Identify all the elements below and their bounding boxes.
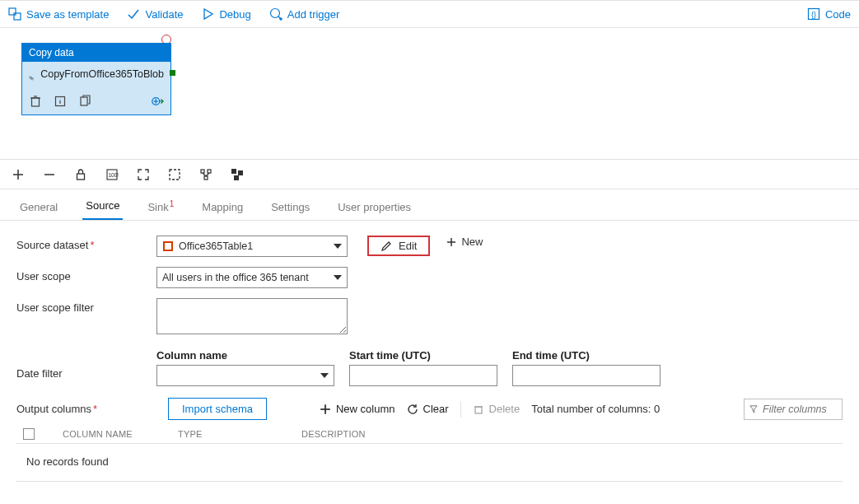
- zoom-in-icon[interactable]: [12, 168, 25, 181]
- pencil-icon: [380, 240, 392, 252]
- trash-icon[interactable]: [29, 95, 42, 108]
- chevron-down-icon: [334, 242, 342, 250]
- plus-icon: [320, 404, 331, 415]
- chevron-down-icon: [334, 273, 342, 282]
- code-icon: {}: [807, 7, 820, 21]
- debug-button[interactable]: Debug: [201, 7, 250, 21]
- start-time-header: Start time (UTC): [349, 349, 497, 362]
- office365-icon: [162, 240, 174, 252]
- svg-rect-17: [81, 97, 87, 105]
- top-toolbar: Save as template Validate Debug Add trig…: [0, 0, 859, 28]
- debug-label: Debug: [219, 8, 250, 21]
- trash-icon: [473, 404, 484, 415]
- svg-rect-29: [201, 170, 204, 173]
- check-icon: [127, 7, 140, 21]
- column-name-select[interactable]: [156, 365, 334, 386]
- total-columns-label: Total number of columns: 0: [531, 403, 660, 415]
- fullscreen-icon[interactable]: [168, 168, 181, 181]
- svg-rect-31: [204, 176, 208, 180]
- refresh-icon: [407, 404, 418, 415]
- user-scope-select[interactable]: All users in the office 365 tenant: [156, 267, 348, 288]
- select-all-checkbox[interactable]: [23, 428, 35, 440]
- date-filter-label: Date filter: [16, 349, 156, 380]
- grid-header-type: TYPE: [178, 429, 277, 439]
- zoom-out-icon[interactable]: [43, 168, 56, 181]
- activity-name: CopyFromOffice365ToBlob: [40, 68, 164, 82]
- zoom-fit-icon[interactable]: [137, 168, 150, 181]
- filter-columns-field[interactable]: [744, 399, 843, 420]
- filter-icon: [749, 404, 758, 414]
- svg-rect-30: [208, 170, 211, 173]
- end-time-header: End time (UTC): [512, 349, 661, 362]
- new-label: New: [461, 236, 483, 248]
- output-columns-row: Output columns* Import schema New column…: [16, 398, 843, 420]
- svg-rect-36: [234, 175, 239, 180]
- clear-button[interactable]: Clear: [407, 403, 449, 415]
- user-scope-filter-label: User scope filter: [16, 298, 156, 314]
- add-trigger-label: Add trigger: [287, 8, 340, 21]
- validate-label: Validate: [145, 8, 183, 21]
- output-columns-label: Output columns: [16, 403, 91, 415]
- svg-marker-39: [334, 244, 342, 249]
- svg-rect-46: [475, 407, 482, 413]
- source-dataset-value: Office365Table1: [179, 240, 334, 252]
- import-schema-button[interactable]: Import schema: [168, 398, 267, 420]
- user-scope-label: User scope: [16, 267, 156, 282]
- add-output-icon[interactable]: [151, 95, 164, 108]
- code-label: Code: [825, 8, 851, 21]
- auto-align-icon[interactable]: [199, 168, 212, 181]
- save-as-template-label: Save as template: [26, 8, 109, 21]
- validate-button[interactable]: Validate: [127, 7, 183, 21]
- new-column-button[interactable]: New column: [320, 403, 395, 415]
- details-tabs: General Source Sink1 Mapping Settings Us…: [0, 189, 859, 221]
- user-scope-filter-input[interactable]: [156, 298, 348, 334]
- database-icon: [29, 68, 34, 88]
- pipeline-canvas[interactable]: Copy data CopyFromOffice365ToBlob: [0, 28, 859, 160]
- column-name-header: Column name: [156, 349, 334, 362]
- play-icon: [201, 7, 214, 21]
- svg-marker-42: [334, 275, 342, 280]
- svg-line-33: [206, 173, 209, 176]
- success-output-handle[interactable]: [170, 70, 175, 76]
- source-dataset-select[interactable]: Office365Table1: [156, 236, 348, 257]
- tab-settings[interactable]: Settings: [268, 201, 313, 220]
- source-dataset-label: Source dataset*: [16, 236, 156, 251]
- svg-rect-11: [32, 98, 40, 106]
- save-as-template-button[interactable]: Save as template: [8, 7, 109, 21]
- source-form: Source dataset* Office365Table1 Edit New…: [0, 221, 859, 487]
- edit-dataset-button[interactable]: Edit: [367, 236, 430, 256]
- tab-mapping[interactable]: Mapping: [198, 201, 246, 220]
- layout-icon[interactable]: [231, 168, 244, 181]
- svg-marker-48: [750, 405, 757, 412]
- delete-button: Delete: [473, 403, 521, 415]
- new-dataset-button[interactable]: New: [446, 236, 483, 248]
- zoom-reset-icon[interactable]: 100%: [105, 168, 119, 181]
- info-icon[interactable]: [54, 95, 67, 108]
- code-button[interactable]: {} Code: [807, 7, 851, 21]
- svg-rect-28: [170, 170, 180, 180]
- activity-type-label: Copy data: [22, 44, 170, 62]
- tab-source[interactable]: Source: [82, 199, 123, 220]
- svg-line-32: [203, 173, 206, 176]
- copy-icon[interactable]: [78, 95, 91, 108]
- user-scope-value: All users in the office 365 tenant: [162, 272, 334, 283]
- grid-header-description: DESCRIPTION: [301, 429, 400, 439]
- plus-icon: [446, 237, 456, 247]
- tab-general[interactable]: General: [16, 201, 61, 220]
- svg-rect-25: [77, 174, 85, 180]
- copy-data-activity[interactable]: Copy data CopyFromOffice365ToBlob: [21, 43, 171, 115]
- svg-rect-34: [231, 169, 236, 174]
- add-trigger-button[interactable]: Add trigger: [269, 7, 340, 21]
- start-time-input[interactable]: [349, 365, 497, 386]
- svg-rect-38: [165, 243, 171, 250]
- svg-marker-43: [320, 373, 329, 378]
- tab-sink[interactable]: Sink1: [144, 199, 177, 220]
- end-time-input[interactable]: [512, 365, 661, 386]
- lock-icon[interactable]: [74, 168, 87, 181]
- sink-error-badge: 1: [170, 199, 175, 208]
- filter-columns-input[interactable]: [763, 404, 837, 415]
- grid-header-column-name: COLUMN NAME: [63, 429, 153, 439]
- tab-user-properties[interactable]: User properties: [334, 201, 414, 220]
- svg-text:100%: 100%: [109, 172, 119, 178]
- canvas-controls-bar: 100%: [0, 160, 859, 189]
